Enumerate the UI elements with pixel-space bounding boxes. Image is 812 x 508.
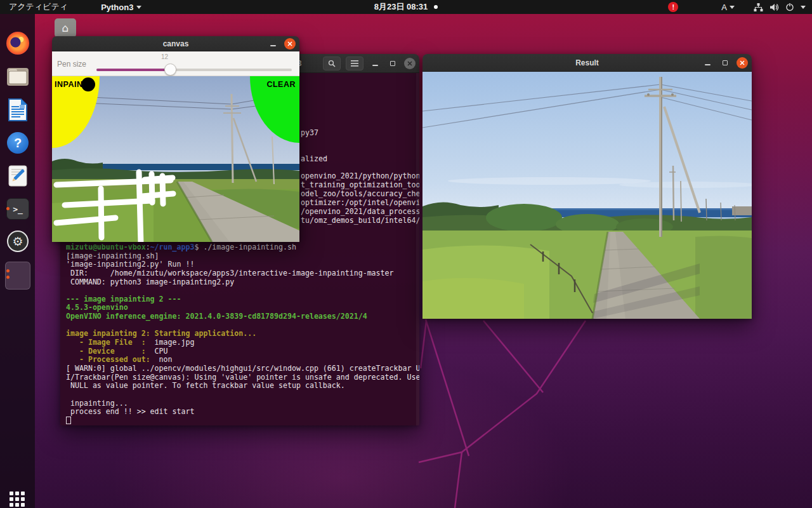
running-indicator-dot (6, 269, 10, 272)
close-icon (740, 60, 745, 65)
pen-size-preview-dot (81, 77, 95, 91)
minimize-button[interactable] (266, 37, 279, 50)
firefox-icon (6, 32, 29, 55)
help-icon: ? (7, 132, 29, 154)
clock-label[interactable]: 8月23日 08:31 (374, 1, 428, 13)
dock-active-app[interactable] (5, 260, 30, 291)
close-button[interactable] (404, 58, 416, 69)
dock-help[interactable]: ? (5, 130, 30, 156)
volume-icon (769, 3, 779, 11)
terminal-icon: >_ (6, 198, 29, 220)
minimize-button[interactable] (701, 57, 714, 69)
dock-settings[interactable]: ⚙ (5, 229, 30, 254)
gear-icon: ⚙ (7, 231, 29, 252)
clear-button[interactable]: CLEAR (266, 80, 296, 89)
pen-size-label: Pen size (57, 60, 86, 69)
hamburger-menu-icon (351, 60, 358, 67)
canvas-titlebar[interactable]: canvas (52, 36, 299, 51)
dock-firefox[interactable] (5, 30, 30, 56)
pen-size-slider[interactable] (96, 69, 292, 71)
result-title: Result (575, 58, 599, 67)
maximize-button[interactable] (719, 57, 731, 69)
running-indicator-dot (6, 207, 10, 210)
chevron-down-icon (730, 6, 735, 9)
canvas-drawing-area[interactable]: INPAINT CLEAR (52, 76, 299, 242)
minimize-button[interactable] (369, 57, 381, 70)
close-icon (287, 41, 292, 46)
power-icon (785, 3, 794, 11)
close-button[interactable] (737, 57, 748, 69)
pen-size-value: 12 (161, 53, 168, 60)
writer-document-icon (8, 98, 27, 121)
terminal-output: mizutu@ubuntu-vbox:~/run_app3$ ./image-i… (66, 243, 416, 425)
result-titlebar[interactable]: Result (422, 54, 752, 72)
desktop-home-icon[interactable]: ⌂ (55, 18, 76, 37)
result-window: Result (422, 54, 752, 319)
canvas-title: canvas (163, 39, 189, 48)
text-editor-icon (8, 165, 28, 187)
terminal-menu-button[interactable] (346, 57, 363, 70)
files-icon (6, 67, 29, 86)
slider-fill (96, 69, 169, 71)
close-icon (407, 61, 412, 66)
search-icon (328, 60, 336, 67)
close-button[interactable] (284, 38, 296, 50)
chevron-down-icon (801, 6, 806, 9)
network-icon (754, 3, 763, 11)
slider-handle[interactable] (164, 64, 176, 76)
show-applications-button[interactable] (9, 491, 25, 507)
dock-text-editor[interactable] (5, 163, 30, 189)
dock-libreoffice-writer[interactable] (5, 97, 30, 123)
update-alert-icon[interactable]: ! (668, 2, 678, 12)
dock: ? >_ ⚙ (0, 14, 35, 508)
input-method-label: A (721, 3, 727, 12)
terminal-search-button[interactable] (323, 57, 341, 70)
maximize-button[interactable] (386, 57, 399, 70)
running-indicator-dot (6, 276, 10, 279)
dock-files[interactable] (5, 64, 30, 90)
canvas-window: canvas Pen size 12 (52, 36, 299, 242)
result-image (422, 72, 752, 319)
input-method-indicator[interactable]: A (721, 3, 735, 12)
notification-dot (434, 5, 438, 9)
dock-terminal[interactable]: >_ (5, 196, 30, 222)
canvas-photo (52, 76, 299, 242)
system-status-area[interactable] (754, 3, 812, 11)
terminal-scrollbar[interactable] (416, 73, 419, 425)
canvas-controls: Pen size 12 (52, 51, 299, 76)
top-bar: アクティビティ Python3 8月23日 08:31 ! A (0, 0, 812, 14)
